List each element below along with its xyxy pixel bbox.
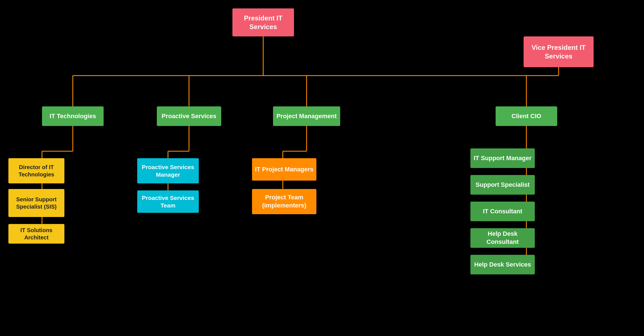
it-project-mgrs-node: IT Project Managers: [252, 158, 316, 181]
project-team-node: Project Team (implementers): [252, 189, 316, 214]
dir-it-tech-node: Director of IT Technologies: [8, 158, 64, 183]
sr-support-node: Senior Support Specialist (SIS): [8, 189, 64, 217]
it-consultant-node: IT Consultant: [470, 202, 535, 221]
it-support-mgr-node: IT Support Manager: [470, 148, 535, 168]
org-chart: President IT Services Vice President IT …: [0, 0, 644, 336]
project-mgmt-node: Project Management: [273, 106, 340, 126]
proactive-svc-node: Proactive Services: [157, 106, 221, 126]
client-cio-node: Client CIO: [496, 106, 557, 126]
president-node: President IT Services: [232, 8, 294, 36]
help-desk-svc-node: Help Desk Services: [470, 255, 535, 274]
proactive-team-node: Proactive Services Team: [137, 190, 199, 213]
help-desk-consult-node: Help Desk Consultant: [470, 228, 535, 248]
it-tech-node: IT Technologies: [42, 106, 104, 126]
support-spec-node: Support Specialist: [470, 175, 535, 195]
it-solutions-node: IT Solutions Architect: [8, 224, 64, 244]
vp-node: Vice President IT Services: [524, 36, 594, 67]
proactive-mgr-node: Proactive Services Manager: [137, 158, 199, 183]
